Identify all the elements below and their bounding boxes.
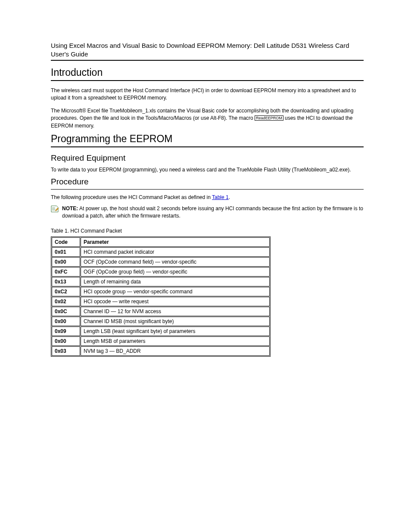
procedure-paragraph: The following procedure uses the HCI Com… <box>51 194 364 201</box>
code-cell: 0xFC <box>52 267 80 277</box>
table-row: 0x02 HCI opcode — write request <box>52 297 270 306</box>
code-cell: 0x03 <box>52 346 80 356</box>
table-row: 0x01 HCI command packet indicator <box>52 247 270 257</box>
table-row: 0x00 Length MSB of parameters <box>52 336 270 346</box>
table-row: 0x13 Length of remaining data <box>52 277 270 286</box>
code-cell: 0x09 <box>52 327 80 336</box>
heading-introduction: Introduction <box>51 67 364 78</box>
section-divider-1 <box>51 80 364 81</box>
param-cell: Length MSB of parameters <box>81 336 270 346</box>
note-text: NOTE: At power up, the host should wait … <box>62 205 364 220</box>
table-1-link[interactable]: Table 1 <box>212 194 229 200</box>
title-divider <box>51 60 364 61</box>
param-cell: Channel ID — 12 for NVM access <box>81 307 270 316</box>
heading-programming-eeprom: Programming the EEPROM <box>51 133 364 145</box>
note-block: NOTE: At power up, the host should wait … <box>51 205 364 220</box>
table-header-code: Code <box>52 237 80 247</box>
table-row: 0xC2 HCI opcode group — vendor-specific … <box>52 287 270 296</box>
param-cell: Channel ID MSB (most significant byte) <box>81 317 270 326</box>
table-header-row: Code Parameter <box>52 237 270 247</box>
param-cell: NVM tag 3 — BD_ADDR <box>81 346 270 356</box>
table-row: 0x00 OCF (OpCode command field) — vendor… <box>52 257 270 267</box>
param-cell: OCF (OpCode command field) — vendor-spec… <box>81 257 270 267</box>
code-cell: 0x00 <box>52 257 80 267</box>
code-cell: 0xC2 <box>52 287 80 296</box>
param-cell: HCI command packet indicator <box>81 247 270 257</box>
param-cell: OGF (OpCode group field) — vendor-specif… <box>81 267 270 277</box>
procedure-divider <box>51 189 364 190</box>
table-header-parameter: Parameter <box>81 237 270 247</box>
section-divider-2 <box>51 146 364 147</box>
table-title: Table 1. HCI Command Packet <box>51 228 364 234</box>
equipment-paragraph: To write data to your EEPROM (programmin… <box>51 166 364 174</box>
readeeprom-macro-box: ReadEEPROM <box>255 115 283 121</box>
table-row: 0x00 Channel ID MSB (most significant by… <box>52 317 270 326</box>
table-row: 0x09 Length LSB (least significant byte)… <box>52 327 270 336</box>
code-cell: 0x0C <box>52 307 80 316</box>
note-pencil-icon <box>51 205 59 212</box>
param-cell: HCI opcode — write request <box>81 297 270 306</box>
code-cell: 0x01 <box>52 247 80 257</box>
param-cell: HCI opcode group — vendor-specific comma… <box>81 287 270 296</box>
intro-paragraph-1: The wireless card must support the Host … <box>51 87 364 102</box>
intro-paragraph-2: The Microsoft® Excel file TrueMobileom_1… <box>51 107 364 130</box>
code-cell: 0x02 <box>52 297 80 306</box>
procedure-after-link: . <box>229 194 230 200</box>
code-cell: 0x00 <box>52 317 80 326</box>
heading-procedure: Procedure <box>51 177 364 187</box>
hci-command-packet-table: Code Parameter 0x01 HCI command packet i… <box>51 236 271 357</box>
note-body: At power up, the host should wait 2 seco… <box>62 205 363 219</box>
table-row: 0xFC OGF (OpCode group field) — vendor-s… <box>52 267 270 277</box>
code-cell: 0x13 <box>52 277 80 286</box>
param-cell: Length of remaining data <box>81 277 270 286</box>
note-label: NOTE: <box>62 205 78 212</box>
table-row: 0x0C Channel ID — 12 for NVM access <box>52 307 270 316</box>
heading-required-equipment: Required Equipment <box>51 153 364 163</box>
page-title: Using Excel Macros and Visual Basic to D… <box>51 41 364 58</box>
page: Using Excel Macros and Visual Basic to D… <box>0 0 411 532</box>
procedure-before-link: The following procedure uses the HCI Com… <box>51 194 212 200</box>
param-cell: Length LSB (least significant byte) of p… <box>81 327 270 336</box>
code-cell: 0x00 <box>52 336 80 346</box>
table-row: 0x03 NVM tag 3 — BD_ADDR <box>52 346 270 356</box>
